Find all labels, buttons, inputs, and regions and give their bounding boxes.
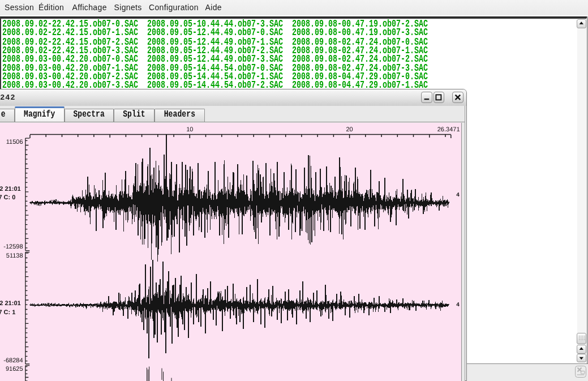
svg-text:4: 4 <box>456 301 460 307</box>
svg-text:4: 4 <box>456 192 460 198</box>
svg-text:2 21:01: 2 21:01 <box>0 185 21 192</box>
svg-text:-68284: -68284 <box>3 357 23 364</box>
svg-text:91625: 91625 <box>6 366 23 373</box>
svg-text:7 C: 0: 7 C: 0 <box>0 194 15 200</box>
svg-text:11506: 11506 <box>6 138 23 145</box>
svg-text:7 C: 1: 7 C: 1 <box>0 309 15 315</box>
svg-text:2 21:01: 2 21:01 <box>0 300 21 307</box>
svg-text:26.3471: 26.3471 <box>437 126 460 132</box>
svg-text:20: 20 <box>346 126 353 132</box>
svg-text:-12598: -12598 <box>3 243 23 250</box>
svg-text:51138: 51138 <box>6 252 23 259</box>
svg-text:10: 10 <box>186 126 193 132</box>
